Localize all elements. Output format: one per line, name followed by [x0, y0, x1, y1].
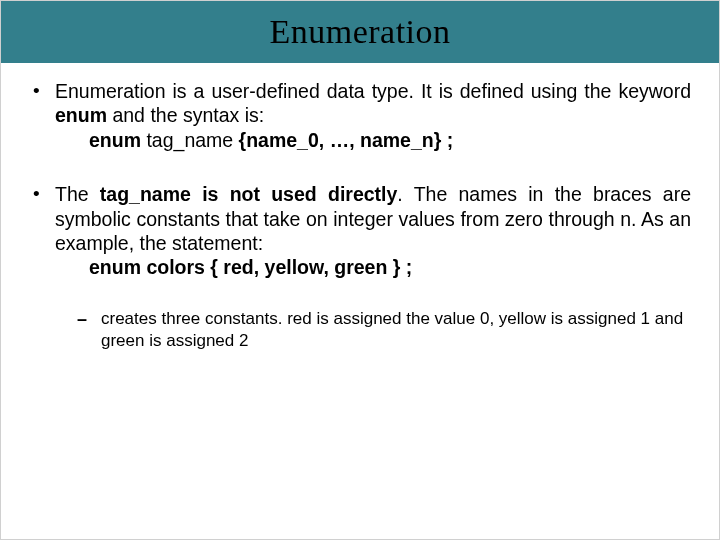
bullet-2-text-a: The — [55, 183, 100, 205]
tag-name-text: tag_name — [141, 129, 239, 151]
example-line: enum colors { red, yellow, green } ; — [55, 255, 691, 279]
sub-bullet: creates three constants. red is assigned… — [55, 308, 691, 352]
bullet-1-text-a: Enumeration is a user-defined data type.… — [55, 80, 691, 102]
keyword-enum-2: enum — [89, 129, 141, 151]
bold-tag-name: tag_name is not used directly — [100, 183, 397, 205]
keyword-enum-1: enum — [55, 104, 107, 126]
braces-text: {name_0, …, name_n} ; — [239, 129, 454, 151]
example-code: enum colors { red, yellow, green } ; — [89, 256, 412, 278]
bullet-1: Enumeration is a user-defined data type.… — [33, 79, 691, 152]
syntax-line: enum tag_name {name_0, …, name_n} ; — [55, 128, 691, 152]
slide-body: Enumeration is a user-defined data type.… — [1, 63, 719, 352]
bullet-2: The tag_name is not used directly. The n… — [33, 182, 691, 352]
slide-title: Enumeration — [269, 13, 450, 51]
title-bar: Enumeration — [1, 1, 719, 63]
bullet-1-text-b: and the syntax is: — [107, 104, 264, 126]
